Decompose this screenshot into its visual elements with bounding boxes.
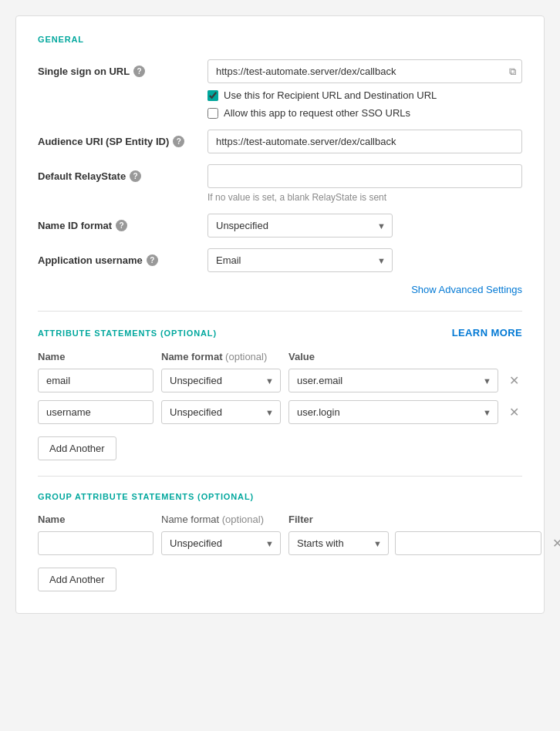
attr-format-select-username[interactable]: Unspecified Basic URI Reference <box>161 400 281 424</box>
relay-state-field: If no value is set, a blank RelayState i… <box>207 164 522 203</box>
grp-remove-button-1[interactable]: ✕ <box>549 536 560 551</box>
sso-url-input-wrapper: ⧉ <box>207 59 522 83</box>
group-attribute-statements-column-headers: Name Name format (optional) Filter <box>38 514 522 525</box>
attr-name-input-username[interactable] <box>38 400 153 424</box>
sso-url-label: Single sign on URL ? <box>38 59 207 77</box>
audience-uri-row: Audience URI (SP Entity ID) ? <box>38 130 522 153</box>
attr-col-value-header: Value <box>288 351 522 362</box>
attr-remove-button-email[interactable]: ✕ <box>506 373 522 389</box>
attr-col-name-header: Name <box>38 351 153 362</box>
grp-col-filter-header: Filter <box>288 514 522 525</box>
attr-value-wrapper-email: user.email user.login user.firstName use… <box>288 369 498 392</box>
name-id-format-help-icon[interactable]: ? <box>116 220 127 231</box>
app-username-select-wrapper: Okta username Email None Custom ▼ <box>207 248 393 272</box>
grp-format-select-1[interactable]: Unspecified Basic URI Reference <box>161 531 281 555</box>
attr-value-wrapper-username: user.email user.login user.firstName use… <box>288 400 498 424</box>
app-username-help-icon[interactable]: ? <box>147 254 158 266</box>
grp-name-input-1[interactable] <box>38 531 153 555</box>
copy-icon[interactable]: ⧉ <box>509 66 516 78</box>
relay-state-help-icon[interactable]: ? <box>130 170 141 182</box>
sso-url-field: ⧉ Use this for Recipient URL and Destina… <box>207 59 522 119</box>
name-id-format-row: Name ID format ? Unspecified EmailAddres… <box>38 214 522 237</box>
grp-row-1: Unspecified Basic URI Reference ▼ Starts… <box>38 531 522 555</box>
app-username-label: Application username ? <box>38 248 207 266</box>
attribute-statements-learn-more-link[interactable]: LEARN MORE <box>452 327 522 339</box>
app-username-select[interactable]: Okta username Email None Custom <box>207 248 393 272</box>
app-username-row: Application username ? Okta username Ema… <box>38 248 522 272</box>
app-username-field: Okta username Email None Custom ▼ <box>207 248 522 272</box>
grp-format-select-wrapper-1: Unspecified Basic URI Reference ▼ <box>161 531 281 555</box>
sso-url-help-icon[interactable]: ? <box>133 66 145 77</box>
audience-uri-input[interactable] <box>207 130 522 153</box>
attr-format-select-wrapper-username: Unspecified Basic URI Reference ▼ <box>161 400 281 424</box>
name-id-format-select[interactable]: Unspecified EmailAddress X509SubjectName… <box>207 214 393 237</box>
settings-card: GENERAL Single sign on URL ? ⧉ Use this … <box>15 15 545 614</box>
filter-type-select-1[interactable]: Starts with Equals Contains Matches rege… <box>288 531 389 555</box>
audience-uri-label: Audience URI (SP Entity ID) ? <box>38 130 207 147</box>
request-sso-label: Allow this app to request other SSO URLs <box>224 107 410 119</box>
attr-format-select-email[interactable]: Unspecified Basic URI Reference <box>161 369 281 392</box>
attr-value-select-username[interactable]: user.email user.login user.firstName use… <box>288 400 498 424</box>
attribute-statements-column-headers: Name Name format (optional) Value <box>38 351 522 362</box>
general-section-title: GENERAL <box>38 35 522 44</box>
audience-uri-field <box>207 130 522 153</box>
attr-row-username: Unspecified Basic URI Reference ▼ user.e… <box>38 400 522 424</box>
name-id-format-select-wrapper: Unspecified EmailAddress X509SubjectName… <box>207 214 393 237</box>
name-id-format-field: Unspecified EmailAddress X509SubjectName… <box>207 214 522 237</box>
relay-state-input[interactable] <box>207 164 522 188</box>
filter-value-input-1[interactable] <box>395 531 541 555</box>
filter-type-select-wrapper-1: Starts with Equals Contains Matches rege… <box>288 531 389 555</box>
filter-row-1: Starts with Equals Contains Matches rege… <box>288 531 541 555</box>
show-advanced-settings-row: Show Advanced Settings <box>38 283 522 295</box>
show-advanced-settings-link[interactable]: Show Advanced Settings <box>411 284 522 295</box>
recipient-url-checkbox[interactable] <box>207 90 218 101</box>
attr-value-select-email[interactable]: user.email user.login user.firstName use… <box>288 369 498 392</box>
name-id-format-label: Name ID format ? <box>38 214 207 231</box>
group-attribute-statements-header: GROUP ATTRIBUTE STATEMENTS (OPTIONAL) <box>38 492 522 501</box>
attr-name-input-email[interactable] <box>38 369 153 392</box>
grp-add-another-button[interactable]: Add Another <box>38 568 116 591</box>
divider-2 <box>38 476 522 477</box>
group-attribute-statements-title: GROUP ATTRIBUTE STATEMENTS (OPTIONAL) <box>38 492 254 501</box>
request-sso-checkbox-row: Allow this app to request other SSO URLs <box>207 107 522 119</box>
attr-row-email: Unspecified Basic URI Reference ▼ user.e… <box>38 369 522 392</box>
grp-col-name-header: Name <box>38 514 153 525</box>
attr-format-select-wrapper-email: Unspecified Basic URI Reference ▼ <box>161 369 281 392</box>
attribute-statements-title: ATTRIBUTE STATEMENTS (OPTIONAL) <box>38 328 217 338</box>
relay-state-row: Default RelayState ? If no value is set,… <box>38 164 522 203</box>
recipient-url-checkbox-row: Use this for Recipient URL and Destinati… <box>207 89 522 101</box>
grp-col-format-header: Name format (optional) <box>161 514 281 525</box>
sso-url-row: Single sign on URL ? ⧉ Use this for Reci… <box>38 59 522 119</box>
attr-remove-button-username[interactable]: ✕ <box>506 405 522 420</box>
attribute-statements-header: ATTRIBUTE STATEMENTS (OPTIONAL) LEARN MO… <box>38 327 522 339</box>
relay-state-hint: If no value is set, a blank RelayState i… <box>207 192 522 203</box>
attr-col-format-header: Name format (optional) <box>161 351 281 362</box>
attr-add-another-button[interactable]: Add Another <box>38 436 116 460</box>
relay-state-label: Default RelayState ? <box>38 164 207 182</box>
sso-url-input[interactable] <box>207 59 522 83</box>
audience-uri-help-icon[interactable]: ? <box>173 136 184 147</box>
request-sso-checkbox[interactable] <box>207 108 218 119</box>
recipient-url-label: Use this for Recipient URL and Destinati… <box>224 89 437 101</box>
divider-1 <box>38 311 522 312</box>
